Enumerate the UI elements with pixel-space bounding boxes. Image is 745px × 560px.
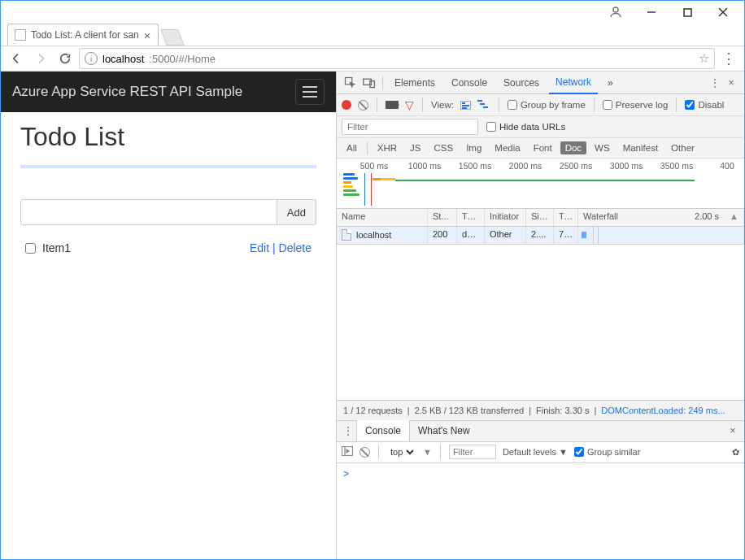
console-clear-icon[interactable] [359,447,370,458]
dcl-marker [364,173,365,206]
col-name[interactable]: Name [337,209,428,226]
clear-button[interactable] [358,100,368,111]
screenshot-icon[interactable] [386,101,399,109]
col-waterfall[interactable]: Waterfall2.00 s▲ [578,209,744,226]
network-timeline[interactable]: 500 ms 1000 ms 1500 ms 2000 ms 2500 ms 3… [337,158,744,209]
url-input[interactable]: i localhost:5000/#/Home ☆ [79,48,715,69]
drawer-tab-whatsnew[interactable]: What's New [410,420,478,441]
view-waterfall-icon[interactable] [477,99,490,111]
col-time[interactable]: Ti... [554,209,578,226]
hide-data-urls-checkbox[interactable]: Hide data URLs [486,122,565,132]
tab-console[interactable]: Console [445,72,494,94]
network-statusbar: 1 / 12 requests| 2.5 KB / 123 KB transfe… [337,400,744,421]
svg-point-0 [613,7,618,12]
browser-menu-icon[interactable]: ⋮ [718,50,739,67]
close-tab-icon[interactable]: × [144,29,151,41]
console-toolbar: top ▼ Default levels ▼ Group similar ✿ [337,442,744,463]
group-similar-checkbox[interactable]: Group similar [574,447,640,457]
address-bar: i localhost:5000/#/Home ☆ ⋮ [1,46,744,72]
console-prompt-icon: > [343,468,349,480]
network-toolbar: ▽ View: Group by frame Preserve log Disa… [337,94,744,116]
preserve-log-checkbox[interactable]: Preserve log [603,100,669,110]
ftype-manifest[interactable]: Manifest [618,141,663,154]
url-host: localhost [102,53,144,65]
disable-cache-checkbox[interactable]: Disabl [685,100,724,110]
view-label: View: [431,100,454,110]
drawer-close-icon[interactable]: × [725,423,741,439]
svg-rect-10 [483,106,488,108]
todo-item-row: Item1 Edit | Delete [20,238,316,258]
devtools-menu-icon[interactable]: ⋮ [707,75,723,91]
site-info-icon[interactable]: i [85,52,98,65]
ftype-img[interactable]: Img [461,141,486,154]
overview-thumb [343,173,359,206]
ftype-js[interactable]: JS [405,141,425,154]
file-icon [15,29,26,41]
console-settings-icon[interactable]: ✿ [732,447,739,458]
log-levels[interactable]: Default levels ▼ [503,447,568,457]
account-icon[interactable] [598,1,634,24]
filter-row: Hide data URLs [337,116,744,138]
col-type[interactable]: Type [457,209,485,226]
waterfall-bar [582,232,586,238]
add-button[interactable]: Add [277,199,316,225]
item-checkbox[interactable] [25,243,36,254]
item-name: Item1 [42,241,250,254]
svg-rect-7 [370,80,375,87]
view-large-icon[interactable] [460,101,471,110]
ftype-other[interactable]: Other [666,141,699,154]
minimize-button[interactable] [634,1,669,24]
tab-strip: Todo List: A client for san × [1,24,744,46]
close-window-button[interactable] [705,1,741,24]
record-button[interactable] [342,100,351,110]
inspect-icon[interactable] [342,75,358,91]
network-row[interactable]: localhost 200 do... Other 2.... 7 ... [337,227,744,245]
delete-link[interactable]: Delete [279,241,312,254]
back-button[interactable] [6,48,27,69]
hamburger-menu-icon[interactable] [295,79,325,105]
console-filter-input[interactable] [449,445,496,459]
col-initiator[interactable]: Initiator [485,209,526,226]
ftype-xhr[interactable]: XHR [372,141,402,154]
ftype-ws[interactable]: WS [590,141,615,154]
col-status[interactable]: St... [428,209,457,226]
devtools-close-icon[interactable]: × [723,75,739,91]
context-selector[interactable]: top [387,446,416,458]
new-item-input[interactable] [20,199,277,225]
svg-rect-9 [480,103,485,105]
load-marker [371,173,372,206]
page-title: Todo List [20,122,316,152]
network-filter-input[interactable] [342,119,478,135]
tab-network[interactable]: Network [549,72,598,94]
group-by-frame-checkbox[interactable]: Group by frame [508,100,586,110]
more-tabs-icon[interactable]: » [601,72,620,94]
url-path: :5000/#/Home [149,53,216,65]
tab-elements[interactable]: Elements [388,72,442,94]
filter-toggle-icon[interactable]: ▽ [405,98,414,111]
reload-button[interactable] [54,48,76,69]
console-body[interactable]: > [337,463,744,559]
device-toggle-icon[interactable] [361,75,377,91]
console-sidebar-icon[interactable] [342,446,353,458]
network-table-header: Name St... Type Initiator Size Ti... Wat… [337,209,744,227]
tab-sources[interactable]: Sources [497,72,546,94]
drawer-menu-icon[interactable]: ⋮ [340,423,356,439]
title-underline [20,165,316,168]
page-content: Azure App Service REST API Sample Todo L… [1,72,336,559]
ftype-media[interactable]: Media [490,141,525,154]
bookmark-icon[interactable]: ☆ [699,51,709,66]
forward-button[interactable] [30,48,51,69]
svg-rect-8 [477,100,482,102]
window-titlebar [1,1,744,24]
drawer-tab-console[interactable]: Console [356,420,410,441]
col-size[interactable]: Size [526,209,554,226]
ftype-all[interactable]: All [342,141,362,154]
edit-link[interactable]: Edit [250,241,269,254]
drawer-tabbar: ⋮ Console What's New × [337,421,744,442]
maximize-button[interactable] [669,1,705,24]
new-tab-button[interactable] [160,29,184,46]
browser-tab[interactable]: Todo List: A client for san × [7,24,159,46]
ftype-css[interactable]: CSS [429,141,458,154]
ftype-font[interactable]: Font [529,141,557,154]
ftype-doc[interactable]: Doc [560,141,586,154]
